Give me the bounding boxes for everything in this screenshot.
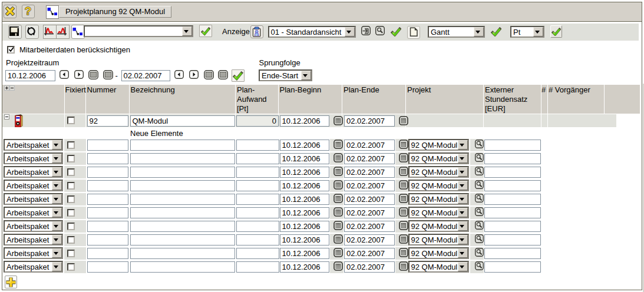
svg-text:?: ? — [25, 6, 32, 17]
